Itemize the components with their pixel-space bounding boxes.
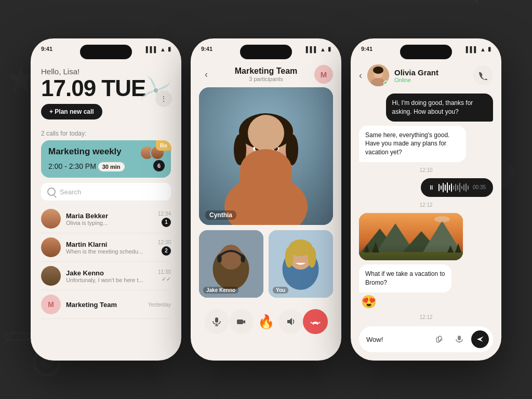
- main-video-person: [199, 87, 333, 225]
- search-placeholder: Search: [60, 188, 81, 196]
- m-badge: M: [314, 65, 333, 84]
- contact-name-2: Jake Kenno: [66, 269, 158, 277]
- contact-name-0: Maria Bekker: [66, 212, 158, 220]
- phone1: 9:41 ▌▌▌ ▲ ▮ Hello, Lisa! 17.09 TUE + Pl…: [31, 38, 181, 361]
- pause-icon[interactable]: ⏸: [428, 184, 434, 191]
- you-video-label: You: [273, 287, 288, 294]
- num-badge: 6: [153, 160, 165, 171]
- svg-rect-47: [359, 252, 463, 260]
- call-header-info: Marketing Team 3 participants: [235, 66, 298, 82]
- phones-container: 9:41 ▌▌▌ ▲ ▮ Hello, Lisa! 17.09 TUE + Pl…: [31, 38, 501, 361]
- mic-button[interactable]: [204, 309, 229, 334]
- svg-point-29: [285, 247, 294, 268]
- time-2: 9:41: [201, 46, 212, 52]
- search-bar[interactable]: Search: [41, 183, 171, 201]
- status-icons-2: ▌▌▌ ▲ ▮: [306, 46, 331, 52]
- voice-call-button[interactable]: [473, 65, 493, 85]
- contact-preview-0: Olivia is typing...: [66, 220, 158, 226]
- attachment-button[interactable]: [432, 331, 447, 347]
- phone1-content: Hello, Lisa! 17.09 TUE + Plan new call ⋮…: [31, 38, 181, 361]
- end-call-button[interactable]: [303, 309, 328, 334]
- svg-point-12: [286, 134, 298, 165]
- main-video: Cynthia: [199, 87, 333, 225]
- chat-contact-details: Olivia Grant Online: [394, 68, 438, 83]
- contact-item-0[interactable]: Maria Bekker Olivia is typing... 12:34 1: [41, 205, 171, 233]
- main-video-label: Cynthia: [205, 210, 236, 220]
- received-message-with-emoji: What if we take a vacation to Bromo? 😍: [359, 264, 475, 309]
- phone2-content: ‹ Marketing Team 3 participants M: [191, 38, 341, 361]
- read-check-2: ✓✓: [158, 276, 171, 283]
- contact-preview-2: Unfortunaly, I won't be here t...: [66, 277, 158, 283]
- contact-avatar-3: M: [41, 295, 61, 314]
- audio-button[interactable]: [451, 331, 467, 347]
- chat-input-row: Wow!: [359, 326, 493, 352]
- status-bar-1: 9:41 ▌▌▌ ▲ ▮: [31, 46, 181, 52]
- send-button[interactable]: [471, 330, 489, 348]
- status-icons-1: ▌▌▌ ▲ ▮: [146, 46, 171, 52]
- time-3: 9:41: [361, 46, 373, 52]
- wave-bar-3: [443, 183, 444, 192]
- camera-button[interactable]: [229, 309, 254, 334]
- secondary-videos: Jake Kenno: [199, 230, 333, 298]
- volume-button[interactable]: [278, 309, 303, 334]
- svg-point-16: [274, 147, 278, 151]
- flame-button[interactable]: 🔥: [254, 309, 278, 334]
- contact-item-2[interactable]: Jake Kenno Unfortunaly, I won't be here …: [41, 262, 171, 290]
- message-time-1: 12:10: [359, 167, 493, 173]
- wifi-icon-1: ▲: [160, 46, 166, 52]
- contact-info-1: Martin Klarni When is the meeting schedu…: [66, 241, 158, 255]
- back-button-2[interactable]: ‹: [199, 67, 214, 82]
- contact-info-2: Jake Kenno Unfortunaly, I won't be here …: [66, 269, 158, 283]
- svg-point-10: [239, 113, 293, 150]
- more-options-button[interactable]: ⋮: [155, 90, 172, 107]
- contact-info-0: Maria Bekker Olivia is typing...: [66, 212, 158, 226]
- wave-bar-15: [468, 185, 469, 190]
- phone3-content: ‹ Olivia Grant Online: [351, 38, 501, 361]
- svg-rect-53: [458, 336, 461, 340]
- calls-label: 2 calls for today:: [41, 130, 171, 137]
- battery-icon-2: ▮: [328, 46, 331, 52]
- contact-avatar-2: [41, 266, 61, 286]
- contact-item-3[interactable]: M Marketing Team Yesterday: [41, 290, 171, 319]
- back-button-3[interactable]: ‹: [359, 70, 362, 81]
- signal-icon-3: ▌▌▌: [466, 46, 478, 52]
- chat-messages: Hi, I'm doing good, thanks for asking. H…: [359, 94, 493, 321]
- contact-list: Maria Bekker Olivia is typing... 12:34 1…: [41, 205, 171, 319]
- svg-rect-23: [218, 255, 222, 262]
- wave-bar-11: [459, 183, 460, 192]
- wave-bar-7: [451, 183, 452, 192]
- svg-point-41: [373, 66, 383, 74]
- unread-badge-1: 2: [162, 246, 171, 256]
- message-received-2: What if we take a vacation to Bromo?: [359, 264, 451, 292]
- date-number: 17.09 TUE: [41, 75, 145, 101]
- svg-rect-34: [237, 320, 243, 324]
- svg-rect-8: [258, 163, 274, 178]
- svg-rect-24: [241, 255, 245, 262]
- svg-point-5: [154, 88, 158, 92]
- wave-bar-1: [438, 184, 440, 191]
- status-bar-3: 9:41 ▌▌▌ ▲ ▮: [351, 46, 501, 52]
- chat-input[interactable]: Wow!: [366, 336, 428, 343]
- wave-bar-5: [447, 182, 448, 193]
- chat-avatar: [367, 64, 389, 86]
- plan-call-button[interactable]: + Plan new call: [41, 104, 102, 119]
- wave-bar-4: [445, 184, 446, 191]
- svg-point-19: [278, 154, 280, 156]
- wifi-icon-3: ▲: [480, 46, 486, 52]
- call-controls: 🔥: [199, 305, 333, 338]
- svg-marker-35: [287, 318, 292, 325]
- chat-header: ‹ Olivia Grant Online: [359, 64, 493, 86]
- contact-info-3: Marketing Team: [66, 301, 148, 309]
- phone3: 9:41 ▌▌▌ ▲ ▮ ‹: [351, 38, 501, 361]
- wave-bar-2: [441, 185, 442, 190]
- contact-meta-3: Yesterday: [148, 302, 171, 308]
- status-bar-2: 9:41 ▌▌▌ ▲ ▮: [191, 46, 341, 52]
- contact-item-1[interactable]: Martin Klarni When is the meeting schedu…: [41, 233, 171, 262]
- svg-point-13: [253, 146, 260, 151]
- wave-bar-13: [463, 184, 464, 191]
- svg-marker-50: [447, 245, 454, 252]
- jake-video-label: Jake Kenno: [203, 287, 238, 294]
- phone2: 9:41 ▌▌▌ ▲ ▮ ‹ Marketing Team 3 particip…: [191, 38, 341, 361]
- wifi-icon-2: ▲: [320, 46, 326, 52]
- online-indicator: [383, 81, 389, 86]
